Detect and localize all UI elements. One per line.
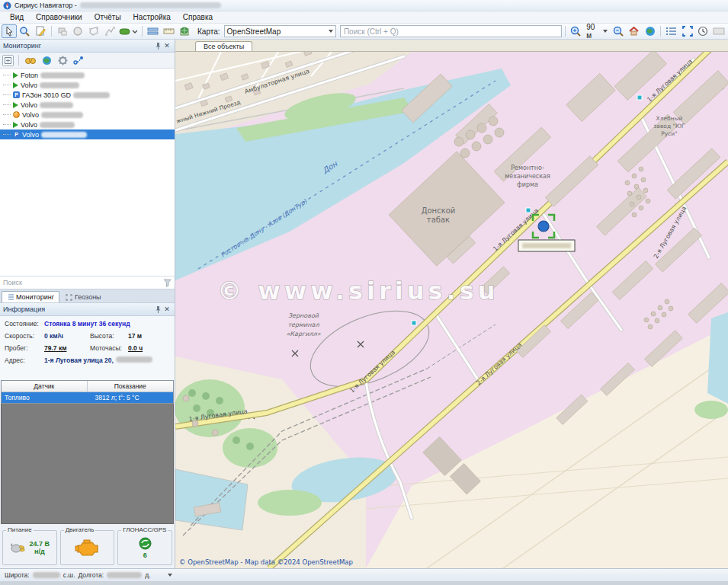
- vehicle-row-selected[interactable]: P Volvo: [0, 129, 175, 139]
- find-object-button[interactable]: [24, 54, 37, 67]
- moving-status-icon: [13, 82, 18, 88]
- group-button-disabled[interactable]: [55, 24, 70, 38]
- left-panel: Мониторинг ✕: [0, 40, 175, 568]
- engine-gauge: Двигатель: [60, 530, 115, 565]
- map-provider-select[interactable]: OpenStreetMap: [224, 25, 336, 37]
- gear-icon: [58, 56, 68, 66]
- vehicle-row[interactable]: P ГАЗон 3010 GD: [0, 90, 175, 100]
- tab-geozones[interactable]: Геозоны: [60, 291, 107, 302]
- fit-selection-button[interactable]: [680, 24, 695, 38]
- global-search-input[interactable]: Поиск (Ctrl + Q): [340, 25, 562, 37]
- map-tab-all-objects[interactable]: Все объекты: [195, 41, 252, 51]
- state-label: Состояние:: [5, 320, 44, 328]
- menu-bar: Вид Справочники Отчёты Настройка Справка: [0, 11, 728, 24]
- mileage-value[interactable]: 79.7 км: [44, 344, 66, 352]
- circle-zone-button-disabled[interactable]: [71, 24, 86, 38]
- expand-icon: [5, 57, 11, 64]
- map-tabs: Все объекты: [175, 40, 728, 52]
- map-label-place: Хлебный: [656, 115, 683, 122]
- map-select-label: Карта:: [197, 27, 220, 36]
- pin-icon[interactable]: [153, 305, 162, 314]
- settings-button[interactable]: [56, 54, 69, 67]
- gps-gauge-label: ГЛОНАСС/GPS: [121, 526, 168, 533]
- moving-status-icon: [13, 102, 18, 108]
- redacted-plate: [40, 122, 75, 128]
- menu-spravka[interactable]: Справка: [178, 12, 218, 22]
- package-button[interactable]: [177, 24, 192, 38]
- parked-status-icon: P: [13, 91, 20, 98]
- map-label-place: Зерновой: [288, 312, 319, 319]
- power-value: 24.7 В: [30, 540, 50, 548]
- menu-otchety[interactable]: Отчёты: [89, 12, 127, 22]
- map-attribution: © OpenStreetMap - Map data ©2024 OpenStr…: [179, 558, 353, 566]
- map-area: Все объекты: [175, 40, 728, 568]
- polygon-zone-icon: [88, 26, 99, 37]
- map-label-place: Руси": [661, 130, 677, 137]
- gps-gauge: ГЛОНАСС/GPS 6: [117, 530, 172, 565]
- moving-status-icon: [13, 122, 18, 128]
- coords-format-dropdown[interactable]: [168, 574, 172, 577]
- route-button[interactable]: [72, 54, 85, 67]
- engine-icon: [75, 538, 101, 558]
- gps-value: 6: [139, 551, 152, 559]
- vehicle-row[interactable]: Volvo: [0, 110, 175, 120]
- satellites-icon: [139, 537, 152, 550]
- close-icon[interactable]: ✕: [162, 305, 172, 314]
- close-icon[interactable]: ✕: [162, 41, 172, 50]
- menu-spravochniki[interactable]: Справочники: [30, 12, 88, 22]
- value-col-header[interactable]: Показание: [88, 381, 174, 392]
- show-on-map-button[interactable]: [40, 54, 53, 67]
- fit-corners-icon: [682, 26, 693, 37]
- monitoring-toolbar: [0, 53, 175, 69]
- cursor-icon: [4, 26, 14, 37]
- vehicle-row[interactable]: Volvo: [0, 80, 175, 90]
- redacted-address: [116, 356, 152, 363]
- history-button[interactable]: [696, 24, 711, 38]
- app-icon: [3, 2, 11, 10]
- map-canvas[interactable]: Амбулаторная улица жный Нижний Проезд Ро…: [175, 52, 728, 568]
- polyline-zone-button-disabled[interactable]: [102, 24, 117, 38]
- package-globe-icon: [179, 26, 190, 37]
- edit-button[interactable]: [33, 24, 48, 38]
- sensor-row-selected[interactable]: Топливо 3812 л; t°: 5 °C: [2, 392, 173, 403]
- vehicle-name: ГАЗон 3010 GD: [22, 91, 71, 99]
- vehicle-search-input[interactable]: Поиск: [0, 277, 175, 289]
- vehicle-row[interactable]: Volvo: [0, 100, 175, 110]
- hours-value[interactable]: 0.0 ч: [128, 344, 143, 352]
- expand-all-button[interactable]: [2, 55, 14, 66]
- pin-icon[interactable]: [153, 41, 162, 50]
- redacted-longitude: [107, 572, 142, 578]
- group-icon: [57, 26, 68, 37]
- select-tool-button[interactable]: [2, 24, 17, 38]
- gauges-row: Питание 24.7 Вн/д Двигатель ГЛОНАСС/GPS …: [0, 524, 175, 568]
- vehicle-row[interactable]: Volvo: [0, 120, 175, 129]
- zoom-in-button[interactable]: [568, 24, 583, 38]
- reports-button[interactable]: [146, 24, 161, 38]
- redacted-title: [80, 2, 221, 8]
- objects-list-button[interactable]: [664, 24, 679, 38]
- redacted-plate: [40, 102, 73, 108]
- power-gauge: Питание 24.7 Вн/д: [2, 530, 57, 565]
- map-scale-select[interactable]: 90 м: [584, 23, 610, 40]
- zoom-tool-button[interactable]: [18, 24, 33, 38]
- longitude-suffix: д.: [145, 571, 150, 579]
- home-button[interactable]: [627, 24, 642, 38]
- extra-button-disabled[interactable]: [711, 24, 726, 38]
- home-icon: [628, 26, 640, 37]
- zoom-out-button[interactable]: [611, 24, 626, 38]
- ruler-icon: [163, 27, 175, 36]
- globe-icon: [645, 26, 656, 37]
- window-title: Сириус Навигатор -: [14, 2, 77, 9]
- vehicle-row[interactable]: Foton: [0, 70, 175, 80]
- speed-value: 0 км/ч: [44, 332, 63, 340]
- polygon-zone-button-disabled[interactable]: [86, 24, 101, 38]
- chevron-down-icon: [603, 30, 608, 33]
- menu-nastroyka[interactable]: Настройка: [128, 12, 176, 22]
- menu-vid[interactable]: Вид: [5, 12, 29, 22]
- sensor-col-header[interactable]: Датчик: [2, 381, 88, 392]
- tracks-button[interactable]: [118, 24, 140, 38]
- tab-monitoring[interactable]: Мониторинг: [2, 291, 59, 302]
- map-scale-value: 90 м: [586, 23, 601, 40]
- ruler-button[interactable]: [162, 24, 177, 38]
- world-button[interactable]: [643, 24, 658, 38]
